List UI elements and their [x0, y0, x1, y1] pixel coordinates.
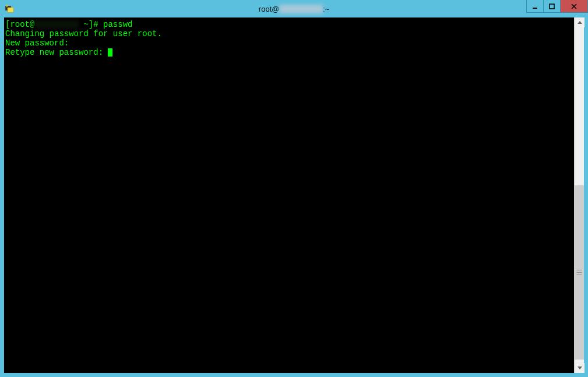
terminal-line: Changing password for user root. — [5, 29, 573, 38]
titlebar[interactable]: root@ xxxxxxxxx :~ — [0, 0, 588, 17]
window-title: root@ xxxxxxxxx :~ — [259, 5, 329, 13]
app-icon — [5, 4, 14, 13]
prompt-host-redacted: xxxxxxxxx — [34, 20, 79, 29]
title-suffix: :~ — [323, 5, 329, 13]
prompt-close: ~]# — [79, 20, 103, 29]
terminal-output: Retype new password: — [5, 48, 108, 57]
svg-rect-3 — [550, 4, 554, 9]
terminal-line: New password: — [5, 38, 573, 48]
title-prefix: root@ — [259, 5, 280, 13]
svg-rect-1 — [8, 8, 13, 12]
terminal-content[interactable]: [root@xxxxxxxxx ~]# passwdChanging passw… — [4, 17, 574, 373]
scroll-thumb[interactable] — [575, 185, 584, 360]
minimize-button[interactable] — [526, 0, 544, 13]
scrollbar[interactable] — [574, 17, 584, 373]
close-button[interactable] — [560, 0, 588, 13]
command-text: passwd — [103, 20, 132, 29]
scroll-down-button[interactable] — [575, 363, 585, 373]
terminal-line: Retype new password: — [5, 48, 573, 57]
title-host-redacted: xxxxxxxxx — [279, 5, 323, 13]
terminal-line: [root@xxxxxxxxx ~]# passwd — [5, 20, 573, 29]
maximize-button[interactable] — [543, 0, 561, 13]
terminal-window: [root@xxxxxxxxx ~]# passwdChanging passw… — [4, 17, 584, 373]
scroll-up-button[interactable] — [575, 17, 585, 27]
window-controls — [527, 0, 588, 13]
svg-rect-2 — [533, 8, 537, 9]
cursor — [108, 48, 112, 57]
scroll-track[interactable] — [575, 27, 584, 363]
scroll-grip-icon — [577, 270, 582, 274]
prompt-open: [root@ — [5, 20, 34, 29]
